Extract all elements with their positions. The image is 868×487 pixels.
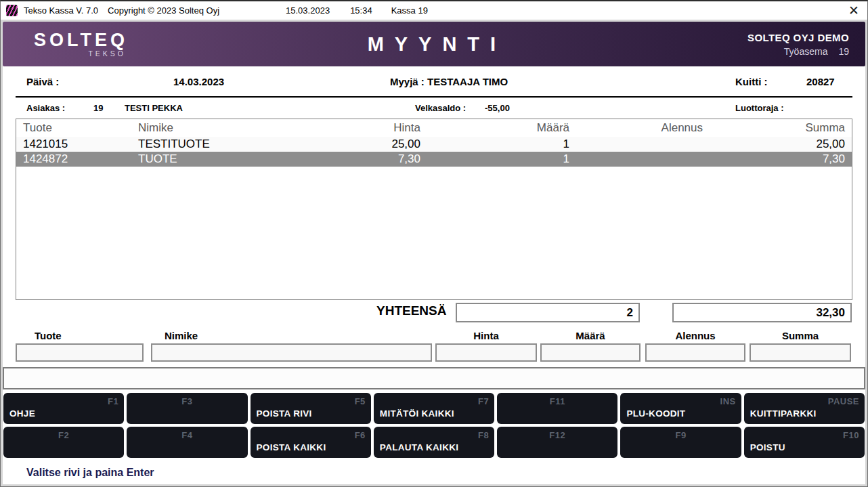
customer-number: 19 — [93, 103, 103, 113]
workstation-value: 19 — [838, 46, 849, 57]
credit-limit-label: Luottoraja : — [735, 103, 784, 113]
fkey-f10-button[interactable]: F10 POISTU — [744, 427, 865, 458]
customer-label: Asiakas : — [26, 103, 65, 113]
totals-row: YHTEENSÄ 2 32,30 — [3, 300, 865, 324]
col-header-nimike: Nimike — [131, 121, 319, 135]
fkey-f3-button[interactable]: F3 — [127, 393, 247, 424]
hinta-input[interactable] — [435, 343, 537, 362]
tuote-input[interactable] — [16, 343, 144, 362]
date-value: 14.03.2023 — [173, 76, 224, 87]
table-row[interactable]: 1424872 TUOTE 7,30 1 7,30 — [16, 152, 852, 167]
fkey-action-label: MITÄTÖI KAIKKI — [380, 408, 454, 419]
app-window: Tekso Kassa V. 7.0 Copyright © 2023 Solt… — [0, 0, 868, 487]
fkey-shortcut-label: F6 — [355, 430, 366, 440]
cell-nimike: TESTITUOTE — [131, 137, 319, 152]
debt-label: Velkasaldo : — [415, 103, 466, 113]
seller-label: Myyjä : — [390, 76, 425, 87]
company-name: SOLTEQ OYJ DEMO — [747, 32, 849, 43]
maara-input[interactable] — [540, 343, 641, 362]
col-header-hinta: Hinta — [319, 121, 427, 135]
fkey-shortcut-label: F12 — [497, 430, 617, 440]
total-sum-field: 32,30 — [672, 303, 852, 322]
nimike-input[interactable] — [151, 343, 432, 362]
titlebar-date: 15.03.2023 — [286, 5, 330, 16]
date-label: Päivä : — [26, 76, 59, 87]
fkey-f2-button[interactable]: F2 — [3, 427, 124, 458]
workstation-line: Työasema19 — [747, 46, 849, 57]
brand-header: SOLTEQ TEKSO MYYNTI SOLTEQ OYJ DEMO Työa… — [3, 22, 865, 66]
totals-label: YHTEENSÄ — [376, 303, 446, 318]
fkey-action-label: POISTU — [750, 442, 785, 452]
entry-label-tuote: Tuote — [16, 330, 144, 343]
fkey-action-label: OHJE — [9, 408, 35, 419]
fkey-shortcut-label: F7 — [478, 396, 489, 406]
close-icon[interactable]: ✕ — [848, 4, 859, 17]
entry-label-alennus: Alennus — [645, 330, 745, 343]
entry-label-summa: Summa — [750, 330, 851, 343]
customer-name: TESTI PEKKA — [125, 103, 183, 113]
entry-fields: Tuote Nimike Hinta Määrä Alennus Summa — [16, 330, 852, 362]
status-message: Valitse rivi ja paina Enter — [3, 458, 865, 479]
seller-value: TESTAAJA TIMO — [427, 76, 508, 87]
fkey-f7-button[interactable]: F7 MITÄTÖI KAIKKI — [374, 393, 494, 424]
fkey-action-label: KUITTIPARKKI — [750, 408, 817, 419]
fkey-shortcut-label: F1 — [108, 396, 118, 406]
receipt-label: Kuitti : — [735, 76, 767, 87]
sale-lines-table: Tuote Nimike Hinta Määrä Alennus Summa 1… — [16, 119, 852, 300]
fkey-pause-button[interactable]: PAUSE KUITTIPARKKI — [744, 393, 865, 424]
window-title: Tekso Kassa V. 7.0 — [24, 5, 98, 16]
entry-field-alennus: Alennus — [645, 330, 745, 362]
col-header-tuote: Tuote — [16, 121, 131, 135]
fkey-f8-button[interactable]: F8 PALAUTA KAIKKI — [374, 427, 494, 458]
col-header-summa: Summa — [710, 121, 852, 135]
fkey-f6-button[interactable]: F6 POISTA KAIKKI — [251, 427, 371, 458]
total-quantity-field: 2 — [456, 303, 640, 322]
fkey-shortcut-label: F8 — [478, 430, 489, 440]
fkeys-row1: F1 OHJE F3 F5 POISTA RIVI F7 MITÄTÖI KAI… — [3, 393, 865, 424]
summa-input[interactable] — [750, 343, 851, 362]
alennus-input[interactable] — [645, 343, 745, 362]
cell-maara: 1 — [427, 137, 576, 152]
entry-field-tuote: Tuote — [16, 330, 144, 362]
entry-field-nimike: Nimike — [151, 330, 432, 362]
fkey-shortcut-label: F11 — [497, 396, 617, 406]
page-title: MYYNTI — [362, 33, 506, 56]
sale-info-row: Päivä : 14.03.2023 Myyjä : TESTAAJA TIMO… — [3, 66, 865, 96]
fkey-action-label: PLU-KOODIT — [626, 408, 685, 419]
copyright-text: Copyright © 2023 Solteq Oyj — [108, 5, 219, 16]
title-bar: Tekso Kassa V. 7.0 Copyright © 2023 Solt… — [1, 1, 867, 20]
app-icon — [6, 5, 18, 16]
cell-summa: 25,00 — [710, 137, 852, 152]
fkey-f1-button[interactable]: F1 OHJE — [3, 393, 124, 424]
fkey-shortcut-label: F10 — [843, 430, 859, 440]
fkey-ins-button[interactable]: INS PLU-KOODIT — [620, 393, 741, 424]
command-input[interactable] — [3, 367, 865, 389]
fkeys-row2: F2 F4 F6 POISTA KAIKKI F8 PALAUTA KAIKKI… — [3, 427, 865, 458]
cell-hinta: 7,30 — [319, 152, 427, 167]
receipt-value: 20827 — [806, 76, 835, 87]
content-frame: SOLTEQ TEKSO MYYNTI SOLTEQ OYJ DEMO Työa… — [1, 20, 867, 486]
entry-label-hinta: Hinta — [435, 330, 537, 343]
fkey-f12-button[interactable]: F12 — [497, 427, 617, 458]
cell-tuote: 1424872 — [16, 152, 131, 167]
titlebar-time: 15:34 — [350, 5, 372, 16]
fkey-shortcut-label: F9 — [620, 430, 741, 440]
logo-sub-text: TEKSO — [34, 50, 128, 58]
fkey-f9-button[interactable]: F9 — [620, 427, 741, 458]
entry-label-nimike: Nimike — [151, 330, 432, 343]
titlebar-register: Kassa 19 — [391, 5, 428, 16]
header-right: SOLTEQ OYJ DEMO Työasema19 — [747, 32, 849, 57]
table-body: 1421015 TESTITUOTE 25,00 1 25,00 1424872… — [16, 137, 852, 167]
fkey-f4-button[interactable]: F4 — [127, 427, 247, 458]
fkey-shortcut-label: F5 — [355, 396, 366, 406]
entry-field-maara: Määrä — [540, 330, 641, 362]
table-row[interactable]: 1421015 TESTITUOTE 25,00 1 25,00 — [16, 137, 852, 152]
col-header-alennus: Alennus — [576, 121, 710, 135]
customer-row: Asiakas : 19 TESTI PEKKA Velkasaldo : -5… — [3, 98, 865, 117]
fkey-f5-button[interactable]: F5 POISTA RIVI — [251, 393, 371, 424]
entry-label-maara: Määrä — [540, 330, 641, 343]
fkey-f11-button[interactable]: F11 — [497, 393, 617, 424]
cell-tuote: 1421015 — [16, 137, 131, 152]
cell-hinta: 25,00 — [319, 137, 427, 152]
logo-main-text: SOLTEQ — [34, 31, 128, 49]
